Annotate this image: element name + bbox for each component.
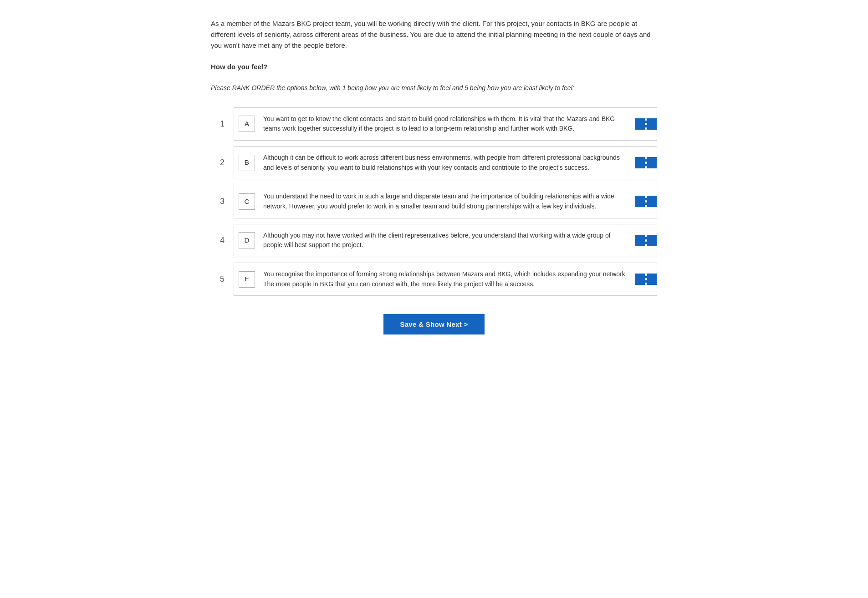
rank-item: 2 B Although it can be difficult to work… [211, 146, 657, 179]
instruction-text: Please RANK ORDER the options below, wit… [211, 83, 657, 93]
rank-number: 1 [211, 107, 234, 141]
page-container: As a member of the Mazars BKG project te… [184, 0, 684, 362]
rank-letter: B [239, 155, 255, 171]
save-next-button[interactable]: Save & Show Next > [383, 314, 484, 334]
drag-handle[interactable] [635, 274, 657, 285]
drag-dots [645, 157, 647, 168]
drag-dots [645, 118, 647, 130]
drag-handle[interactable] [635, 157, 657, 168]
drag-handle[interactable] [635, 118, 657, 130]
rank-card: B Although it can be difficult to work a… [234, 146, 657, 179]
rank-item: 1 A You want to get to know the client c… [211, 107, 657, 141]
rank-item: 5 E You recognise the importance of form… [211, 263, 657, 296]
intro-text: As a member of the Mazars BKG project te… [211, 18, 657, 51]
drag-dots [645, 196, 647, 207]
rank-card: D Although you may not have worked with … [234, 224, 657, 257]
drag-dots [645, 235, 647, 246]
button-container: Save & Show Next > [211, 314, 657, 334]
rank-card: C You understand the need to work in suc… [234, 185, 657, 218]
rank-list: 1 A You want to get to know the client c… [211, 107, 657, 296]
rank-letter: E [239, 271, 255, 288]
question-label: How do you feel? [211, 62, 657, 72]
rank-item: 3 C You understand the need to work in s… [211, 185, 657, 218]
rank-text: You want to get to know the client conta… [260, 108, 635, 140]
rank-card: A You want to get to know the client con… [234, 107, 657, 141]
rank-letter: C [239, 193, 255, 210]
rank-letter: A [239, 116, 255, 132]
drag-handle[interactable] [635, 235, 657, 246]
rank-text: You understand the need to work in such … [260, 185, 635, 218]
rank-number: 3 [211, 185, 234, 218]
rank-number: 5 [211, 263, 234, 296]
rank-number: 4 [211, 224, 234, 257]
rank-text: You recognise the importance of forming … [260, 263, 635, 295]
drag-handle[interactable] [635, 196, 657, 207]
rank-card: E You recognise the importance of formin… [234, 263, 657, 296]
rank-number: 2 [211, 146, 234, 179]
rank-letter: D [239, 232, 255, 248]
drag-dots [645, 274, 647, 285]
rank-text: Although you may not have worked with th… [260, 224, 635, 257]
rank-item: 4 D Although you may not have worked wit… [211, 224, 657, 257]
rank-text: Although it can be difficult to work acr… [260, 147, 635, 179]
